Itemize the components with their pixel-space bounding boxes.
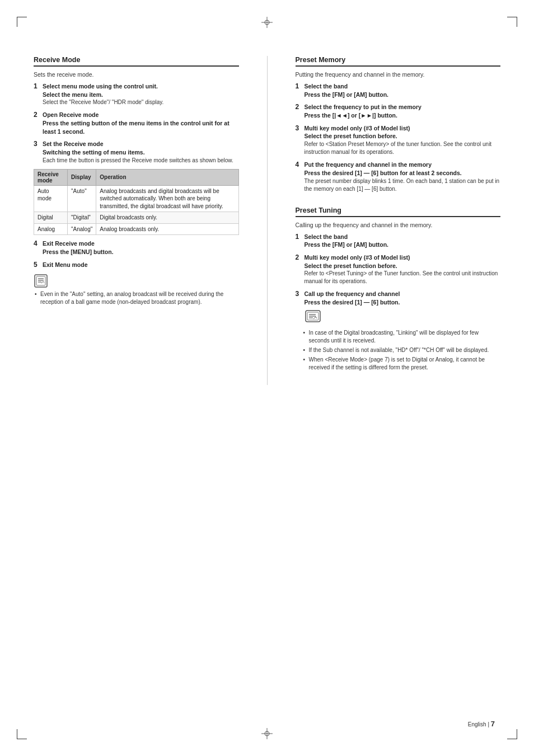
table-cell-analog-mode: Analog <box>34 223 68 235</box>
pm-step-4-num: 4 <box>296 161 302 192</box>
receive-mode-section: Receive Mode Sets the receive mode. 1 Se… <box>34 56 239 306</box>
step-2-content: Open Receive mode Press the setting butt… <box>43 111 239 135</box>
pt-note-1: In case of the Digital broadcasting, "Li… <box>302 329 501 345</box>
left-column: Receive Mode Sets the receive mode. 1 Se… <box>34 56 247 385</box>
pm-step-3-content: Multi key model only (#3 of Model list) … <box>305 124 501 156</box>
step-4: 4 Exit Receive mode Press the [MENU] but… <box>34 240 239 256</box>
corner-tl <box>17 17 27 27</box>
step-1-num: 1 <box>34 82 40 106</box>
pt-step-1: 1 Select the band Press the [FM] or [AM]… <box>296 233 501 249</box>
pt-step-2-title: Multi key model only (#3 of Model list) <box>305 253 501 262</box>
col-divider <box>267 56 268 385</box>
pt-step-1-content: Select the band Press the [FM] or [AM] b… <box>305 233 501 249</box>
step-3-subtitle: Switching the setting of menu items. <box>43 148 239 157</box>
pm-step-1-title: Select the band <box>305 82 501 91</box>
pt-step-1-title: Select the band <box>305 233 501 241</box>
footer-lang: English <box>468 721 486 727</box>
pm-step-1-num: 1 <box>296 82 302 98</box>
pt-step-3-content: Call up the frequency and channel Press … <box>305 290 501 324</box>
page-footer: English | 7 <box>468 720 495 728</box>
step-2-num: 2 <box>34 111 40 135</box>
pt-step-3-title: Call up the frequency and channel <box>305 290 501 298</box>
preset-memory-title: Preset Memory <box>296 56 501 67</box>
pm-step-4-content: Put the frequency and channel in the mem… <box>305 161 501 192</box>
pt-step-3: 3 Call up the frequency and channel Pres… <box>296 290 501 324</box>
preset-tuning-title: Preset Tuning <box>296 206 501 217</box>
pm-step-4-detail: The preset number display blinks 1 time.… <box>305 177 501 193</box>
pt-step-3-subtitle: Press the desired [1] — [6] button. <box>305 298 501 307</box>
step-3-num: 3 <box>34 140 40 164</box>
table-cell-auto-op: Analog broadcasts and digital broadcasts… <box>96 185 238 212</box>
step-3-detail: Each time the button is pressed the Rece… <box>43 157 239 165</box>
corner-br <box>507 729 517 739</box>
receive-mode-table: Receive mode Display Operation Auto mode… <box>34 169 239 236</box>
step-1-title: Select menu mode using the control unit. <box>43 82 239 91</box>
table-cell-digital-display: "Digital" <box>68 212 96 224</box>
receive-mode-title: Receive Mode <box>34 56 239 67</box>
table-cell-digital-mode: Digital <box>34 212 68 224</box>
table-cell-auto-display: "Auto" <box>68 185 96 212</box>
right-column: Preset Memory Putting the frequency and … <box>287 56 501 385</box>
step-4-subtitle: Press the [MENU] button. <box>43 248 239 256</box>
pm-step-4-subtitle: Press the desired [1] — [6] button for a… <box>305 169 501 177</box>
svg-rect-7 <box>36 276 45 285</box>
preset-tuning-desc: Calling up the frequency and channel in … <box>296 222 501 228</box>
step-5: 5 Exit Menu mode <box>34 261 239 269</box>
preset-memory-section: Preset Memory Putting the frequency and … <box>296 56 501 193</box>
receive-mode-desc: Sets the receive mode. <box>34 71 239 78</box>
footer-page-num: 7 <box>491 720 495 728</box>
table-row-auto: Auto mode "Auto" Analog broadcasts and d… <box>34 185 239 212</box>
step-3-content: Set the Receive mode Switching the setti… <box>43 140 239 164</box>
pt-step-2-subtitle: Select the preset function before. <box>305 262 501 270</box>
pm-step-4-title: Put the frequency and channel in the mem… <box>305 161 501 169</box>
table-cell-digital-op: Digital broadcasts only. <box>96 212 238 224</box>
crosshair-top <box>261 17 273 28</box>
pt-note-2: If the Sub channel is not available, "HD… <box>302 346 501 354</box>
step-2-subtitle: Press the setting button of the menu ite… <box>43 119 239 135</box>
crosshair-bottom <box>261 728 273 739</box>
pt-notes: In case of the Digital broadcasting, "Li… <box>302 329 501 372</box>
table-header-mode: Receive mode <box>34 169 68 185</box>
step-2-title: Open Receive mode <box>43 111 239 119</box>
step-1-detail: Select the "Receive Mode"/ "HDR mode" di… <box>43 98 239 106</box>
pm-step-1-subtitle: Press the [FM] or [AM] button. <box>305 91 501 99</box>
table-cell-analog-display: "Analog" <box>68 223 96 235</box>
pm-step-2-subtitle: Press the [|◄◄] or [►►|] button. <box>305 111 501 120</box>
pm-step-2-num: 2 <box>296 103 302 119</box>
pt-step-1-subtitle: Press the [FM] or [AM] button. <box>305 241 501 249</box>
pm-step-1-content: Select the band Press the [FM] or [AM] b… <box>305 82 501 98</box>
pm-step-1: 1 Select the band Press the [FM] or [AM]… <box>296 82 501 98</box>
pt-note-3: When <Receive Mode> (page 7) is set to D… <box>302 356 501 372</box>
table-row-analog: Analog "Analog" Analog broadcasts only. <box>34 223 239 235</box>
step-5-num: 5 <box>34 261 40 269</box>
step-4-num: 4 <box>34 240 40 256</box>
step-4-content: Exit Receive mode Press the [MENU] butto… <box>43 240 239 256</box>
preset-memory-desc: Putting the frequency and channel in the… <box>296 71 501 78</box>
step-3: 3 Set the Receive mode Switching the set… <box>34 140 239 164</box>
pt-step-1-num: 1 <box>296 233 302 249</box>
table-cell-auto-mode: Auto mode <box>34 185 68 212</box>
note-block: Even in the "Auto" setting, an analog br… <box>34 273 239 306</box>
corner-tr <box>507 17 517 27</box>
content-area: Receive Mode Sets the receive mode. 1 Se… <box>34 56 500 711</box>
pt-step-3-icon-area <box>305 309 501 325</box>
pm-step-3-detail: Refer to <Station Preset Memory> of the … <box>305 140 501 156</box>
preset-tuning-section: Preset Tuning Calling up the frequency a… <box>296 206 501 372</box>
pm-step-3: 3 Multi key model only (#3 of Model list… <box>296 124 501 156</box>
table-header-operation: Operation <box>96 169 238 185</box>
pm-step-4: 4 Put the frequency and channel in the m… <box>296 161 501 192</box>
note-icon <box>34 274 48 288</box>
step-5-title: Exit Menu mode <box>43 261 239 269</box>
table-header-display: Display <box>68 169 96 185</box>
pm-step-3-num: 3 <box>296 124 302 156</box>
step-5-content: Exit Menu mode <box>43 261 239 269</box>
pm-step-2-title: Select the frequency to put in the memor… <box>305 103 501 111</box>
table-cell-analog-op: Analog broadcasts only. <box>96 223 238 235</box>
step-1-subtitle: Select the menu item. <box>43 91 239 99</box>
pm-step-3-subtitle: Select the preset function before. <box>305 132 501 140</box>
pm-step-3-title: Multi key model only (#3 of Model list) <box>305 124 501 133</box>
step-3-title: Set the Receive mode <box>43 140 239 148</box>
pt-step-3-num: 3 <box>296 290 302 324</box>
pt-step-2-num: 2 <box>296 253 302 285</box>
pt-step-2-detail: Refer to <Preset Tuning> of the Tuner fu… <box>305 270 501 285</box>
